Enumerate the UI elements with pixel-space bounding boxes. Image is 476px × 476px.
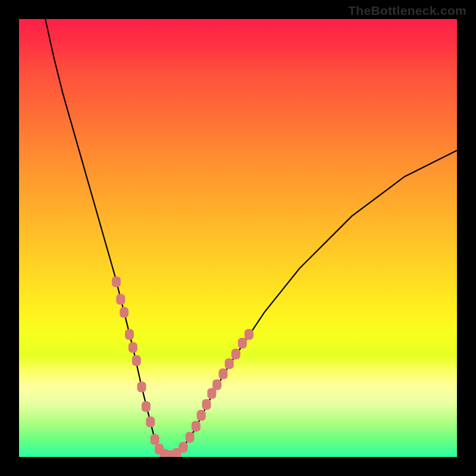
gradient-plot-background	[19, 19, 457, 457]
chart-stage: TheBottleneck.com	[0, 0, 476, 476]
watermark-label: TheBottleneck.com	[348, 4, 466, 18]
